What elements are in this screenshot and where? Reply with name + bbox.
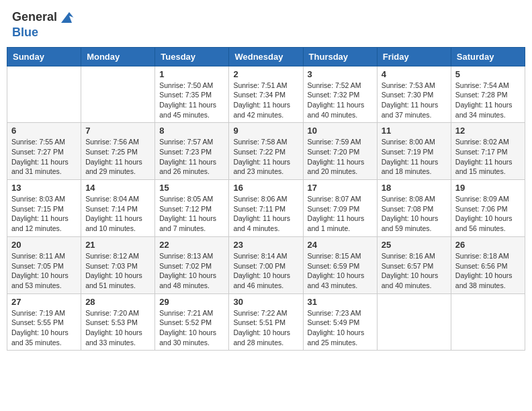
cell-detail: Sunrise: 7:59 AMSunset: 7:20 PMDaylight:…: [308, 137, 373, 177]
cell-detail: Sunrise: 7:55 AMSunset: 7:27 PMDaylight:…: [11, 137, 77, 177]
day-number: 1: [159, 69, 224, 79]
day-number: 28: [85, 297, 150, 307]
calendar-cell: 25Sunrise: 8:16 AMSunset: 6:57 PMDayligh…: [377, 236, 451, 293]
cell-detail: Sunrise: 8:18 AMSunset: 6:56 PMDaylight:…: [455, 251, 521, 291]
day-number: 11: [382, 126, 447, 136]
day-number: 13: [11, 183, 77, 193]
cell-detail: Sunrise: 8:09 AMSunset: 7:06 PMDaylight:…: [455, 194, 521, 234]
calendar-week-row: 20Sunrise: 8:11 AMSunset: 7:05 PMDayligh…: [7, 236, 525, 293]
cell-detail: Sunrise: 7:23 AMSunset: 5:49 PMDaylight:…: [308, 308, 373, 348]
day-number: 24: [308, 240, 373, 250]
day-number: 14: [85, 183, 150, 193]
calendar-week-row: 1Sunrise: 7:50 AMSunset: 7:35 PMDaylight…: [7, 66, 525, 123]
day-number: 10: [308, 126, 373, 136]
calendar-cell: [7, 66, 81, 123]
calendar-cell: [81, 66, 155, 123]
day-number: 18: [382, 183, 447, 193]
calendar-cell: 14Sunrise: 8:04 AMSunset: 7:14 PMDayligh…: [81, 180, 155, 237]
weekday-header-thursday: Thursday: [303, 47, 377, 66]
day-number: 9: [233, 126, 298, 136]
logo-general: General: [12, 10, 57, 25]
cell-detail: Sunrise: 7:19 AMSunset: 5:55 PMDaylight:…: [11, 308, 77, 348]
page-header: General Blue: [7, 7, 525, 43]
cell-detail: Sunrise: 8:00 AMSunset: 7:19 PMDaylight:…: [382, 137, 447, 177]
calendar-cell: 22Sunrise: 8:13 AMSunset: 7:02 PMDayligh…: [155, 236, 229, 293]
day-number: 2: [233, 69, 298, 79]
calendar-cell: 31Sunrise: 7:23 AMSunset: 5:49 PMDayligh…: [303, 293, 377, 351]
calendar-table: SundayMondayTuesdayWednesdayThursdayFrid…: [7, 47, 525, 351]
calendar-cell: 29Sunrise: 7:21 AMSunset: 5:52 PMDayligh…: [155, 293, 229, 351]
cell-detail: Sunrise: 7:56 AMSunset: 7:25 PMDaylight:…: [85, 137, 150, 177]
calendar-week-row: 27Sunrise: 7:19 AMSunset: 5:55 PMDayligh…: [7, 293, 525, 351]
calendar-cell: 11Sunrise: 8:00 AMSunset: 7:19 PMDayligh…: [377, 123, 451, 180]
logo-blue: Blue: [12, 26, 38, 39]
calendar-cell: 20Sunrise: 8:11 AMSunset: 7:05 PMDayligh…: [7, 236, 81, 293]
day-number: 15: [159, 183, 224, 193]
day-number: 22: [159, 240, 224, 250]
cell-detail: Sunrise: 7:51 AMSunset: 7:34 PMDaylight:…: [233, 81, 298, 120]
calendar-cell: 8Sunrise: 7:57 AMSunset: 7:23 PMDaylight…: [155, 123, 229, 180]
weekday-header-sunday: Sunday: [7, 47, 81, 66]
calendar-cell: 16Sunrise: 8:06 AMSunset: 7:11 PMDayligh…: [229, 180, 303, 237]
calendar-cell: 12Sunrise: 8:02 AMSunset: 7:17 PMDayligh…: [451, 123, 525, 180]
day-number: 7: [85, 126, 150, 136]
day-number: 3: [308, 69, 373, 79]
calendar-cell: 13Sunrise: 8:03 AMSunset: 7:15 PMDayligh…: [7, 180, 81, 237]
day-number: 16: [233, 183, 298, 193]
logo-icon: [58, 9, 75, 26]
calendar-cell: 21Sunrise: 8:12 AMSunset: 7:03 PMDayligh…: [81, 236, 155, 293]
calendar-cell: 1Sunrise: 7:50 AMSunset: 7:35 PMDaylight…: [155, 66, 229, 123]
day-number: 21: [85, 240, 150, 250]
cell-detail: Sunrise: 7:52 AMSunset: 7:32 PMDaylight:…: [308, 81, 373, 120]
calendar-cell: 17Sunrise: 8:07 AMSunset: 7:09 PMDayligh…: [303, 180, 377, 237]
day-number: 29: [159, 297, 224, 307]
weekday-header-saturday: Saturday: [451, 47, 525, 66]
calendar-cell: 9Sunrise: 7:58 AMSunset: 7:22 PMDaylight…: [229, 123, 303, 180]
calendar-cell: 23Sunrise: 8:14 AMSunset: 7:00 PMDayligh…: [229, 236, 303, 293]
calendar-cell: 2Sunrise: 7:51 AMSunset: 7:34 PMDaylight…: [229, 66, 303, 123]
cell-detail: Sunrise: 8:08 AMSunset: 7:08 PMDaylight:…: [382, 194, 447, 234]
weekday-header-monday: Monday: [81, 47, 155, 66]
day-number: 5: [455, 69, 521, 79]
calendar-cell: 6Sunrise: 7:55 AMSunset: 7:27 PMDaylight…: [7, 123, 81, 180]
cell-detail: Sunrise: 8:16 AMSunset: 6:57 PMDaylight:…: [382, 251, 447, 291]
day-number: 30: [233, 297, 298, 307]
cell-detail: Sunrise: 8:12 AMSunset: 7:03 PMDaylight:…: [85, 251, 150, 291]
cell-detail: Sunrise: 8:15 AMSunset: 6:59 PMDaylight:…: [308, 251, 373, 291]
day-number: 23: [233, 240, 298, 250]
calendar-cell: 3Sunrise: 7:52 AMSunset: 7:32 PMDaylight…: [303, 66, 377, 123]
calendar-cell: 4Sunrise: 7:53 AMSunset: 7:30 PMDaylight…: [377, 66, 451, 123]
day-number: 4: [382, 69, 447, 79]
weekday-header-wednesday: Wednesday: [229, 47, 303, 66]
calendar-cell: 28Sunrise: 7:20 AMSunset: 5:53 PMDayligh…: [81, 293, 155, 351]
weekday-header-tuesday: Tuesday: [155, 47, 229, 66]
calendar-cell: 30Sunrise: 7:22 AMSunset: 5:51 PMDayligh…: [229, 293, 303, 351]
cell-detail: Sunrise: 7:20 AMSunset: 5:53 PMDaylight:…: [85, 308, 150, 348]
day-number: 8: [159, 126, 224, 136]
day-number: 27: [11, 297, 77, 307]
weekday-header-friday: Friday: [377, 47, 451, 66]
cell-detail: Sunrise: 8:06 AMSunset: 7:11 PMDaylight:…: [233, 194, 298, 234]
day-number: 20: [11, 240, 77, 250]
cell-detail: Sunrise: 8:14 AMSunset: 7:00 PMDaylight:…: [233, 251, 298, 291]
calendar-cell: 19Sunrise: 8:09 AMSunset: 7:06 PMDayligh…: [451, 180, 525, 237]
calendar-cell: [377, 293, 451, 351]
day-number: 17: [308, 183, 373, 193]
day-number: 25: [382, 240, 447, 250]
cell-detail: Sunrise: 8:07 AMSunset: 7:09 PMDaylight:…: [308, 194, 373, 234]
calendar-cell: 5Sunrise: 7:54 AMSunset: 7:28 PMDaylight…: [451, 66, 525, 123]
cell-detail: Sunrise: 7:54 AMSunset: 7:28 PMDaylight:…: [455, 81, 521, 120]
calendar-cell: 15Sunrise: 8:05 AMSunset: 7:12 PMDayligh…: [155, 180, 229, 237]
cell-detail: Sunrise: 8:03 AMSunset: 7:15 PMDaylight:…: [11, 194, 77, 234]
cell-detail: Sunrise: 8:05 AMSunset: 7:12 PMDaylight:…: [159, 194, 224, 234]
calendar-cell: 26Sunrise: 8:18 AMSunset: 6:56 PMDayligh…: [451, 236, 525, 293]
day-number: 19: [455, 183, 521, 193]
day-number: 12: [455, 126, 521, 136]
cell-detail: Sunrise: 7:22 AMSunset: 5:51 PMDaylight:…: [233, 308, 298, 348]
calendar-cell: 18Sunrise: 8:08 AMSunset: 7:08 PMDayligh…: [377, 180, 451, 237]
cell-detail: Sunrise: 8:04 AMSunset: 7:14 PMDaylight:…: [85, 194, 150, 234]
calendar-cell: [451, 293, 525, 351]
cell-detail: Sunrise: 8:02 AMSunset: 7:17 PMDaylight:…: [455, 137, 521, 177]
day-number: 6: [11, 126, 77, 136]
cell-detail: Sunrise: 8:11 AMSunset: 7:05 PMDaylight:…: [11, 251, 77, 291]
